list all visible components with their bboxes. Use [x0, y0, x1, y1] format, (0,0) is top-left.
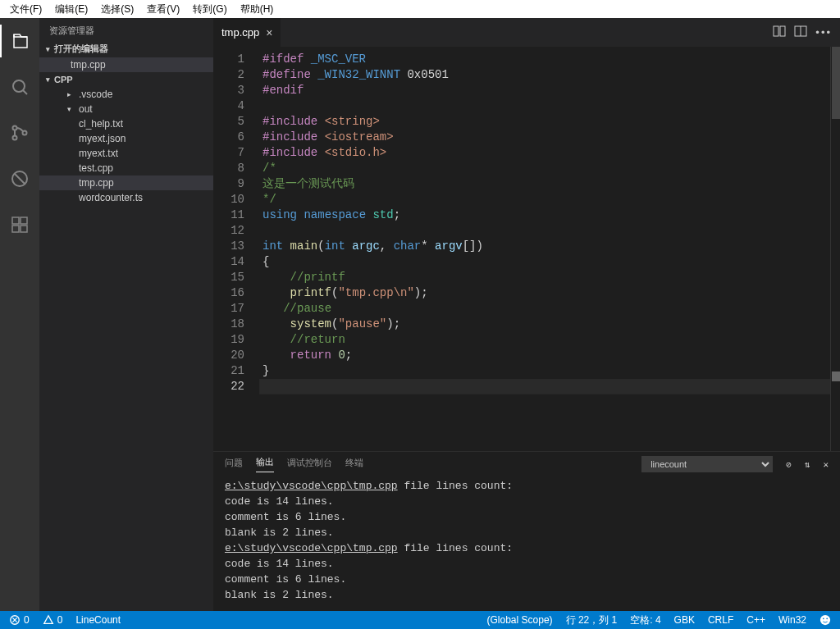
menu-item[interactable]: 编辑(E) — [48, 1, 94, 18]
status-scope[interactable]: (Global Scope) — [485, 614, 555, 626]
svg-rect-8 — [21, 217, 27, 224]
menu-item[interactable]: 选择(S) — [94, 1, 140, 18]
folder-root-header[interactable]: ▾CPP — [39, 72, 213, 87]
open-editors-header[interactable]: ▾打开的编辑器 — [39, 40, 213, 57]
tree-folder[interactable]: ▾out — [39, 102, 213, 116]
clear-output-icon[interactable]: ⊘ — [786, 459, 792, 470]
tree-file[interactable]: cl_help.txt — [39, 116, 213, 131]
status-encoding[interactable]: GBK — [672, 614, 697, 626]
open-editor-item[interactable]: tmp.cpp — [39, 57, 213, 72]
chevron-down-icon: ▾ — [43, 45, 52, 53]
sidebar-title: 资源管理器 — [39, 18, 213, 40]
status-eol[interactable]: CRLF — [705, 614, 736, 626]
editor-tabs: tmp.cpp × ••• — [213, 18, 840, 47]
menubar[interactable]: 文件(F)编辑(E)选择(S)查看(V)转到(G)帮助(H) — [0, 0, 840, 18]
menu-item[interactable]: 查看(V) — [140, 1, 186, 18]
status-linecount[interactable]: LineCount — [73, 614, 123, 626]
menu-item[interactable]: 帮助(H) — [234, 1, 281, 18]
svg-rect-9 — [12, 226, 19, 232]
output-content[interactable]: e:\study\vscode\cpp\tmp.cpp file lines c… — [213, 476, 840, 611]
status-warnings[interactable]: 0 — [40, 614, 66, 626]
extensions-icon[interactable] — [0, 208, 39, 241]
panel-tabs: 问题输出调试控制台终端 linecount ⊘ ⇅ ✕ — [213, 452, 840, 476]
tree-file[interactable]: test.cpp — [39, 161, 213, 175]
panel-tab[interactable]: 终端 — [345, 457, 363, 472]
status-errors[interactable]: 0 — [7, 614, 32, 626]
source-control-icon[interactable] — [0, 116, 39, 149]
svg-line-6 — [15, 174, 25, 184]
bottom-panel: 问题输出调试控制台终端 linecount ⊘ ⇅ ✕ e:\study\vsc… — [213, 451, 840, 611]
svg-point-4 — [23, 131, 27, 135]
menu-item[interactable]: 转到(G) — [186, 1, 233, 18]
panel-tab[interactable]: 输出 — [256, 456, 274, 472]
svg-line-1 — [23, 90, 27, 94]
chevron-right-icon: ▸ — [67, 90, 75, 98]
tree-file[interactable]: tmp.cpp — [39, 175, 213, 190]
status-indent[interactable]: 空格: 4 — [628, 613, 663, 627]
tree-file[interactable]: myext.json — [39, 131, 213, 146]
svg-rect-10 — [21, 226, 27, 232]
tab-label: tmp.cpp — [221, 26, 259, 39]
close-panel-icon[interactable]: ✕ — [823, 459, 829, 470]
compare-icon[interactable] — [773, 25, 786, 40]
status-feedback-icon[interactable] — [817, 614, 833, 626]
menu-item[interactable]: 文件(F) — [3, 1, 48, 18]
svg-point-20 — [826, 618, 828, 619]
status-language[interactable]: C++ — [744, 614, 768, 626]
svg-point-2 — [13, 126, 17, 130]
line-gutter: 12345678910111213141516171819202122 — [213, 47, 259, 451]
output-channel-select[interactable]: linecount — [641, 456, 773, 472]
panel-tab[interactable]: 调试控制台 — [287, 457, 332, 472]
sidebar-explorer: 资源管理器 ▾打开的编辑器 tmp.cpp ▾CPP ▸.vscode▾outc… — [39, 18, 213, 611]
tree-folder[interactable]: ▸.vscode — [39, 87, 213, 102]
tab-tmp-cpp[interactable]: tmp.cpp × — [213, 18, 281, 47]
search-icon[interactable] — [0, 71, 39, 103]
activity-bar — [0, 18, 39, 611]
more-icon[interactable]: ••• — [815, 26, 832, 39]
tree-file[interactable]: myext.txt — [39, 146, 213, 161]
split-editor-icon[interactable] — [794, 25, 807, 40]
svg-rect-7 — [12, 217, 19, 224]
lock-scroll-icon[interactable]: ⇅ — [805, 459, 810, 470]
minimap[interactable] — [830, 47, 840, 451]
svg-rect-11 — [774, 26, 778, 36]
status-config[interactable]: Win32 — [776, 614, 809, 626]
panel-tab[interactable]: 问题 — [225, 457, 243, 472]
status-bar: 0 0 LineCount (Global Scope) 行 22，列 1 空格… — [0, 611, 840, 629]
svg-point-0 — [13, 80, 25, 92]
debug-icon[interactable] — [0, 162, 39, 195]
close-icon[interactable]: × — [266, 26, 272, 39]
svg-point-18 — [820, 615, 830, 625]
explorer-icon[interactable] — [0, 25, 39, 57]
code-editor[interactable]: 12345678910111213141516171819202122 #ifd… — [213, 47, 840, 451]
svg-rect-12 — [780, 26, 785, 36]
chevron-down-icon: ▾ — [67, 105, 75, 113]
tree-file[interactable]: wordcounter.ts — [39, 190, 213, 205]
svg-point-19 — [823, 618, 824, 619]
svg-point-3 — [13, 136, 17, 140]
chevron-down-icon: ▾ — [43, 75, 52, 84]
status-cursor[interactable]: 行 22，列 1 — [564, 613, 620, 627]
